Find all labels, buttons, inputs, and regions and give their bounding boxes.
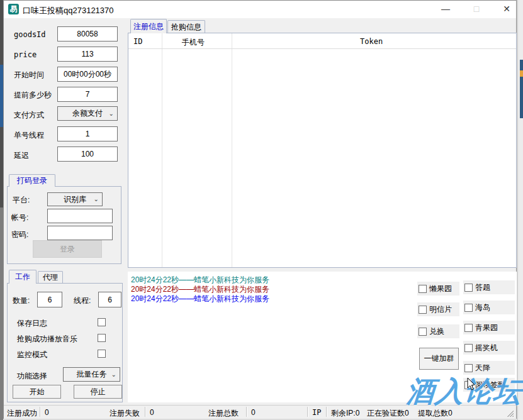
feature-label: 摇奖机 [475,343,498,353]
single-thread-label: 单号线程 [14,130,44,141]
tab-register-info[interactable]: 注册信息 [130,19,167,33]
checkbox-icon[interactable] [464,344,473,352]
platform-select[interactable]: 识别库 ⌄ [47,192,103,206]
account-label: 帐号: [11,213,28,223]
save-log-label: 保存日志 [17,318,47,329]
chevron-down-icon: ⌄ [111,370,116,377]
feature-label: 答题 [475,282,490,293]
status-reg-fail-value: 0 [150,408,154,417]
checkbox-icon[interactable] [419,328,427,336]
advance-seconds-input[interactable]: 7 [57,87,118,102]
price-input[interactable]: 113 [57,47,118,62]
quantity-label: 数量: [13,296,30,306]
pay-method-select[interactable]: 余额支付 ⌄ [57,106,118,121]
status-ip-label: IP [312,408,321,417]
checkbox-icon[interactable] [419,306,427,314]
close-button[interactable]: ✕ [493,0,520,18]
checkbox-icon[interactable] [464,364,473,372]
forum-watermark: 酒入论坛 [405,374,523,409]
delay-input[interactable]: 100 [57,146,118,162]
feature-postcard[interactable]: 明信片 [417,302,459,316]
play-music-checkbox[interactable] [98,334,106,342]
single-thread-input[interactable]: 1 [57,126,118,141]
status-separator [246,407,247,417]
thread-label: 线程: [74,296,91,306]
join-group-button[interactable]: 一键加群 [419,348,459,370]
status-separator [307,407,308,417]
mouse-cursor-icon [467,378,477,392]
feature-green-orchard[interactable]: 青果园 [463,321,515,334]
start-button[interactable]: 开始 [13,385,61,399]
table-header-token[interactable]: Token [360,37,383,46]
monitor-mode-label: 监控模式 [17,350,47,360]
tab-work[interactable]: 工作 [9,270,37,284]
delay-label: 延迟 [14,150,29,161]
thread-input[interactable]: 6 [98,292,121,307]
play-music-label: 抢购成功播放音乐 [17,334,77,345]
start-time-label: 开始时间 [14,70,44,80]
maximize-button[interactable]: □ [463,0,490,18]
status-separator [145,407,146,417]
status-separator [326,407,327,417]
pay-method-value: 余额支付 [72,108,103,119]
start-time-input[interactable]: 00时00分00秒 [57,67,118,82]
feature-island[interactable]: 海岛 [463,301,515,314]
platform-value: 识别库 [64,194,86,205]
goodsid-input[interactable]: 80058 [57,26,118,41]
feature-exchange[interactable]: 兑换 [417,324,459,338]
status-reg-success-label: 注册成功 [7,408,37,419]
advance-seconds-label: 提前多少秒 [14,90,52,101]
stop-button[interactable]: 停止 [74,385,122,399]
function-select-value: 批量任务 [77,369,107,380]
chevron-down-icon: ⌄ [94,196,99,202]
background-right-orange-mark [520,70,523,77]
checkbox-icon[interactable] [464,304,473,312]
feature-answer[interactable]: 答题 [463,280,515,294]
function-select-label: 功能选择 [17,371,47,382]
quantity-input[interactable]: 6 [37,292,62,307]
password-label: 密码: [11,229,28,240]
tab-captcha-login[interactable]: 打码登录 [9,174,55,187]
feature-label: 青果园 [475,323,498,333]
feature-label: 天降 [475,363,490,373]
login-button[interactable]: 登录 [33,240,102,258]
feature-lazy-orchard[interactable]: 懒果园 [417,282,459,296]
platform-label: 平台: [13,195,30,206]
screen: 易 口味王投稿qq273121370 — □ ✕ goodsId 80058 p… [0,0,523,420]
price-label: price [14,50,37,59]
status-verifying: 正在验证数0 [367,408,409,419]
app-icon: 易 [8,4,19,14]
window-title: 口味王投稿qq273121370 [23,5,114,16]
table-column-divider [232,33,232,267]
table-column-divider [162,33,162,267]
checkbox-icon[interactable] [464,324,473,332]
background-window-right-edge [517,0,523,420]
password-input[interactable] [47,226,113,240]
status-separator [40,407,41,417]
save-log-checkbox[interactable] [98,318,106,326]
feature-label: 明信片 [429,304,452,315]
tab-purchase-info[interactable]: 抢购信息 [167,20,205,33]
monitor-mode-checkbox[interactable] [98,350,106,358]
function-select[interactable]: 批量任务 ⌄ [63,367,120,382]
account-input[interactable] [47,209,113,223]
table-header-underline [128,48,516,49]
table-header-id[interactable]: ID [133,37,142,46]
pay-method-label: 支付方式 [14,110,44,121]
log-line: 20时24分22秒——蜡笔小新科技为你服务 [131,294,269,304]
table-header-phone[interactable]: 手机号 [182,37,205,48]
chevron-down-icon: ⌄ [109,109,114,116]
status-reg-total-label: 注册总数 [208,408,239,419]
checkbox-icon[interactable] [419,285,427,293]
feature-label: 海岛 [475,302,490,313]
feature-label: 懒果园 [429,284,452,294]
status-reg-total-value: 0 [251,408,256,417]
status-ip-remaining: 剩余IP:0 [331,408,359,419]
status-reg-success-value: 0 [45,408,49,417]
minimize-button[interactable]: — [432,0,459,18]
checkbox-icon[interactable] [464,284,473,292]
feature-label: 兑换 [429,326,444,337]
register-table[interactable]: ID 手机号 Token [128,33,517,268]
tab-proxy[interactable]: 代理 [38,271,63,284]
feature-lottery-machine[interactable]: 摇奖机 [463,341,515,355]
